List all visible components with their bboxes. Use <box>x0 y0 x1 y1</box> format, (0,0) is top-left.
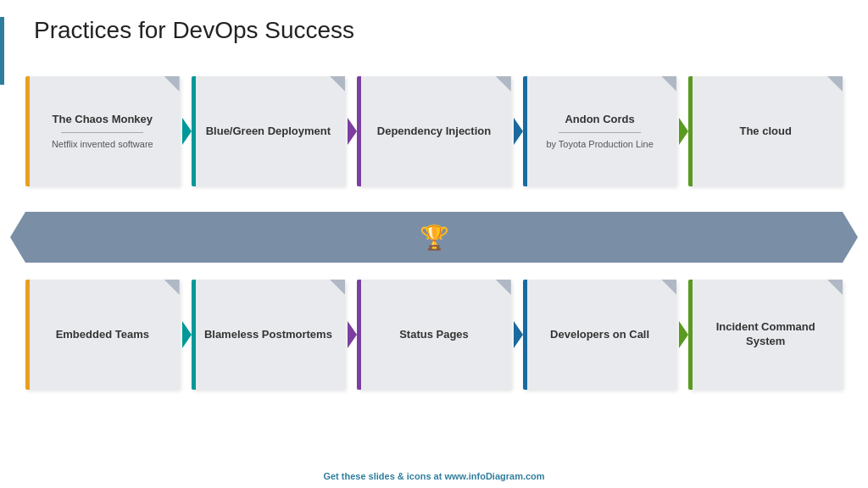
footer-text-after: .com <box>523 471 545 481</box>
card-wrapper-blameless-postmortems: Blameless Postmortems <box>192 280 346 390</box>
card-andon-cords: Andon Cordsby Toyota Production Line <box>523 76 677 186</box>
card-divider-andon-cords <box>559 132 641 133</box>
card-blue-green: Blue/Green Deployment <box>192 76 346 186</box>
top-cards-row: The Chaos MonkeyNetflix invented softwar… <box>25 76 843 186</box>
footer: Get these slides & icons at www.infoDiag… <box>25 471 843 481</box>
card-status-pages: Status Pages <box>357 280 511 390</box>
card-wrapper-andon-cords: Andon Cordsby Toyota Production Line <box>523 76 677 186</box>
card-accent-chaos-monkey <box>25 76 30 186</box>
card-title-blameless-postmortems: Blameless Postmortems <box>204 328 332 342</box>
card-wrapper-the-cloud: The cloud <box>688 76 843 186</box>
trophy-icon: 🏆 <box>420 224 449 252</box>
card-subtitle-chaos-monkey: Netflix invented software <box>52 138 153 150</box>
card-wrapper-dependency-injection: Dependency Injection <box>357 76 511 186</box>
card-chaos-monkey: The Chaos MonkeyNetflix invented softwar… <box>25 76 180 186</box>
card-embedded-teams: Embedded Teams <box>25 280 180 390</box>
card-dependency-injection: Dependency Injection <box>357 76 511 186</box>
footer-brand: infoDiagram <box>469 471 523 481</box>
card-incident-command: Incident Command System <box>688 280 843 390</box>
card-wrapper-status-pages: Status Pages <box>357 280 511 390</box>
card-developers-on-call: Developers on Call <box>523 280 677 390</box>
card-divider-chaos-monkey <box>61 132 143 133</box>
arrow-the-cloud <box>679 118 688 145</box>
arrow-blue-green <box>182 118 192 145</box>
card-accent-blue-green <box>192 76 196 186</box>
card-the-cloud: The cloud <box>688 76 843 186</box>
card-accent-incident-command <box>688 280 693 390</box>
card-accent-dependency-injection <box>357 76 361 186</box>
card-title-status-pages: Status Pages <box>399 328 469 342</box>
page-title: Practices for DevOps Success <box>25 17 843 44</box>
card-accent-the-cloud <box>688 76 693 186</box>
card-title-the-cloud: The cloud <box>739 125 791 139</box>
card-accent-blameless-postmortems <box>192 280 196 390</box>
card-accent-embedded-teams <box>25 280 30 390</box>
left-accent-bar <box>0 17 4 85</box>
bottom-cards-row: Embedded TeamsBlameless PostmortemsStatu… <box>25 280 843 390</box>
card-subtitle-andon-cords: by Toyota Production Line <box>546 138 653 150</box>
card-title-blue-green: Blue/Green Deployment <box>206 125 331 139</box>
arrow-developers-on-call <box>514 321 523 348</box>
arrow-blameless-postmortems <box>182 321 192 348</box>
card-wrapper-embedded-teams: Embedded Teams <box>25 280 180 390</box>
card-accent-developers-on-call <box>523 280 527 390</box>
card-wrapper-developers-on-call: Developers on Call <box>523 280 677 390</box>
card-title-developers-on-call: Developers on Call <box>550 328 649 342</box>
banner-container: 🏆 <box>25 208 843 267</box>
card-title-chaos-monkey: The Chaos Monkey <box>53 113 153 127</box>
card-accent-andon-cords <box>523 76 527 186</box>
card-wrapper-chaos-monkey: The Chaos MonkeyNetflix invented softwar… <box>25 76 180 186</box>
arrow-andon-cords <box>514 118 523 145</box>
card-blameless-postmortems: Blameless Postmortems <box>192 280 346 390</box>
page: Practices for DevOps Success The Chaos M… <box>0 0 868 488</box>
arrow-incident-command <box>679 321 688 348</box>
card-title-embedded-teams: Embedded Teams <box>56 328 149 342</box>
card-wrapper-incident-command: Incident Command System <box>688 280 843 390</box>
card-wrapper-blue-green: Blue/Green Deployment <box>192 76 346 186</box>
card-title-incident-command: Incident Command System <box>697 320 834 349</box>
banner: 🏆 <box>25 212 843 263</box>
card-accent-status-pages <box>357 280 361 390</box>
footer-text-before: Get these slides & icons at www. <box>323 471 468 481</box>
card-title-andon-cords: Andon Cords <box>565 113 634 127</box>
card-title-dependency-injection: Dependency Injection <box>377 125 491 139</box>
arrow-dependency-injection <box>348 118 357 145</box>
arrow-status-pages <box>348 321 357 348</box>
